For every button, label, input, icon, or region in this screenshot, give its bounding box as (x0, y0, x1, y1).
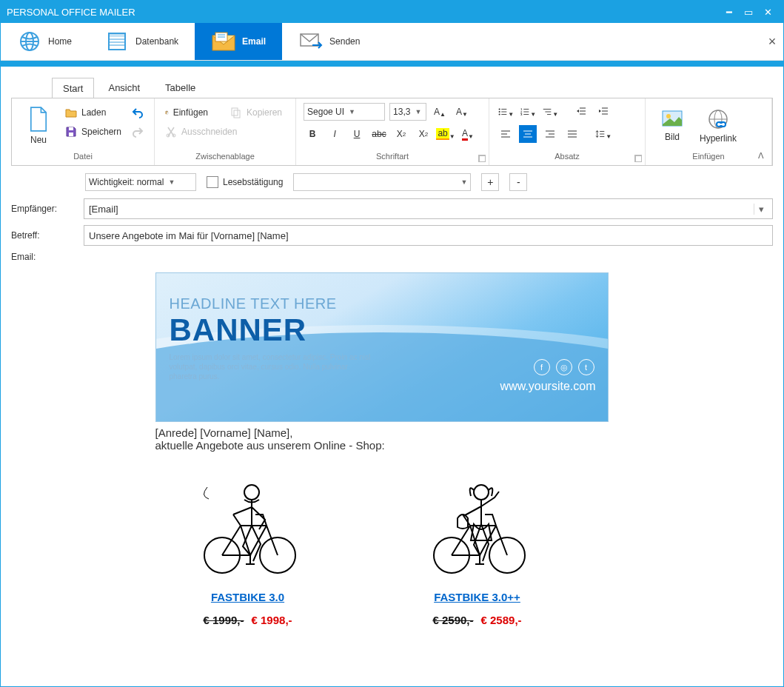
justify-button[interactable] (563, 125, 581, 143)
attachment-remove-button[interactable]: - (509, 173, 527, 191)
font-size-select[interactable]: 13,3▼ (389, 103, 426, 121)
save-icon (65, 126, 77, 138)
read-receipt-checkbox[interactable]: Lesebstätigung (207, 176, 283, 188)
product-link[interactable]: FASTBIKE 3.0++ (434, 591, 520, 603)
undo-button[interactable] (129, 103, 147, 122)
svg-marker-44 (599, 110, 601, 113)
mail-icon (211, 29, 236, 54)
outdent-button[interactable] (572, 103, 590, 121)
shrink-font-button[interactable]: A▼ (453, 103, 471, 121)
new-file-icon (28, 107, 49, 132)
strike-button[interactable]: abc (370, 125, 388, 143)
subscript-button[interactable]: X2 (392, 125, 410, 143)
email-body-label: Email: (11, 252, 84, 262)
product-card: FASTBIKE 3.0 € 1999,-€ 1998,- (155, 474, 341, 626)
neu-button[interactable]: Neu (19, 103, 58, 149)
app-title: PERSONAL OFFICE MAILER (7, 7, 135, 18)
svg-rect-13 (69, 133, 73, 136)
menu-close-icon[interactable]: × (761, 34, 783, 50)
redo-icon (132, 126, 144, 138)
align-right-icon (544, 128, 556, 140)
group-caption-zwischenablage: Zwischenablage (162, 149, 288, 164)
twitter-icon: t (578, 359, 594, 375)
menu-email[interactable]: Email (195, 23, 282, 60)
banner-headline: HEADLINE TEXT HERE (170, 295, 377, 312)
svg-point-78 (474, 485, 489, 500)
ribbon-tabs: Start Ansicht Tabelle (11, 77, 773, 98)
copy-icon (230, 107, 242, 118)
email-body-editor[interactable]: HEADLINE TEXT HERE BANNER Lorem ipsum do… (11, 265, 773, 676)
redo-button[interactable] (129, 122, 147, 141)
font-color-button[interactable]: A▼ (459, 125, 477, 143)
subject-field[interactable]: Unsere Angebote im Mai für [Vorname] [Na… (84, 225, 773, 246)
bullet-list-button[interactable]: ▼ (497, 103, 515, 121)
folder-open-icon (65, 107, 77, 118)
bold-button[interactable]: B (304, 125, 321, 143)
recipient-label: Empfänger: (11, 204, 84, 214)
maximize-button[interactable]: ▭ (739, 7, 758, 18)
facebook-icon: f (534, 359, 550, 375)
laden-button[interactable]: Laden (62, 103, 124, 122)
align-center-button[interactable] (519, 125, 537, 143)
main-menu: Home Datenbank Email Senden × (1, 23, 783, 61)
tab-ansicht[interactable]: Ansicht (97, 77, 151, 98)
underline-button[interactable]: U (348, 125, 366, 143)
align-left-button[interactable] (497, 125, 515, 143)
importance-select[interactable]: Wichtigkeit: normal▼ (85, 173, 196, 191)
globe-icon (17, 29, 42, 54)
align-right-button[interactable] (541, 125, 559, 143)
ausschneiden-button[interactable]: Ausschneiden (162, 122, 288, 141)
number-list-button[interactable]: 123▼ (519, 103, 537, 121)
product-card: FASTBIKE 3.0++ € 2590,-€ 2589,- (385, 474, 570, 626)
banner-url: www.yoursite.com (500, 380, 596, 393)
undo-icon (132, 107, 144, 118)
font-family-select[interactable]: Segoe UI▼ (304, 103, 385, 121)
svg-point-23 (499, 111, 500, 113)
image-icon (661, 110, 683, 129)
schriftart-dialog-launcher[interactable] (478, 155, 486, 162)
svg-marker-40 (577, 110, 579, 113)
attachment-select[interactable]: ▼ (293, 173, 471, 191)
highlight-button[interactable]: ab▼ (437, 125, 455, 143)
banner-subtext: Lorem ipsum dolor sit amet, consectetur … (170, 352, 377, 381)
kopieren-button[interactable]: Kopieren (227, 103, 285, 122)
attachment-add-button[interactable]: + (481, 173, 499, 191)
svg-rect-17 (167, 112, 168, 114)
speichern-button[interactable]: Speichern (62, 122, 124, 141)
line-spacing-button[interactable]: ▼ (594, 125, 612, 143)
menu-senden[interactable]: Senden (282, 23, 376, 60)
einfuegen-button[interactable]: Einfügen Kopieren (162, 103, 288, 122)
minimize-button[interactable]: ━ (720, 7, 739, 18)
svg-point-22 (499, 108, 500, 110)
checkbox-icon (207, 176, 218, 188)
menu-home[interactable]: Home (1, 23, 88, 60)
absatz-dialog-launcher[interactable] (634, 155, 642, 162)
chevron-down-icon[interactable]: ▾ (754, 204, 768, 215)
bild-button[interactable]: Bild (653, 103, 691, 149)
menu-datenbank[interactable]: Datenbank (88, 23, 195, 60)
banner-image: HEADLINE TEXT HERE BANNER Lorem ipsum do… (155, 272, 609, 422)
tab-tabelle[interactable]: Tabelle (154, 77, 207, 98)
group-caption-absatz: Absatz (497, 149, 637, 164)
multilevel-list-icon (542, 106, 552, 118)
titlebar: PERSONAL OFFICE MAILER ━ ▭ ✕ (1, 1, 783, 23)
ribbon-collapse-button[interactable]: ᐱ (758, 151, 764, 161)
hyperlink-icon (707, 108, 729, 130)
outdent-icon (575, 106, 587, 118)
hyperlink-button[interactable]: Hyperlink (699, 103, 737, 149)
italic-button[interactable]: I (326, 125, 344, 143)
tab-start[interactable]: Start (52, 78, 94, 98)
superscript-button[interactable]: X2 (415, 125, 432, 143)
paste-icon (165, 107, 169, 118)
recipient-field[interactable]: [Email]▾ (84, 198, 773, 219)
close-button[interactable]: ✕ (758, 7, 777, 18)
chevron-down-icon: ▼ (168, 178, 175, 186)
app-window: PERSONAL OFFICE MAILER ━ ▭ ✕ Home Datenb… (0, 0, 784, 687)
banner-social-icons: f◎t (534, 359, 594, 375)
indent-icon (597, 106, 609, 118)
indent-button[interactable] (594, 103, 612, 121)
product-link[interactable]: FASTBIKE 3.0 (211, 591, 284, 603)
multilevel-list-button[interactable]: ▼ (541, 103, 559, 121)
grow-font-button[interactable]: A▲ (431, 103, 449, 121)
price-old: € 1999,- (203, 614, 244, 626)
